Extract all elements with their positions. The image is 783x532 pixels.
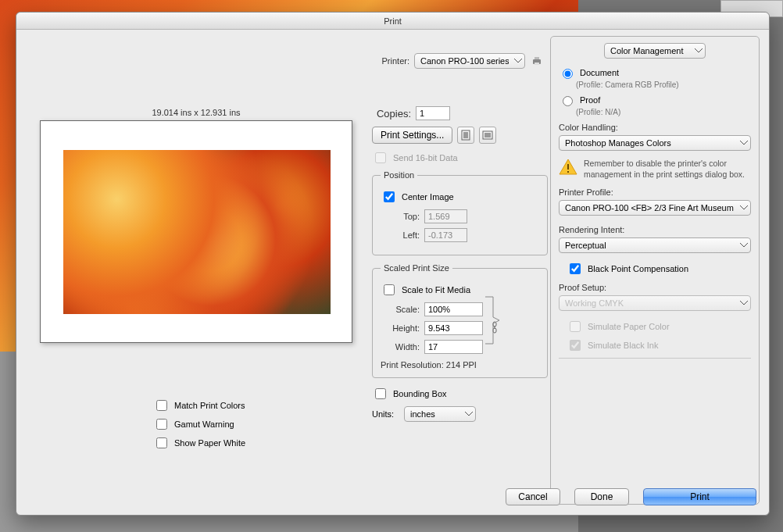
units-select[interactable]: inches [404, 406, 476, 422]
print-button[interactable]: Print [643, 488, 756, 505]
scale-to-fit-checkbox[interactable] [384, 284, 395, 295]
warning-text: Remember to disable the printer's color … [584, 159, 751, 180]
color-handling-select[interactable]: Photoshop Manages Colors [559, 135, 751, 151]
print-dialog: Print 19.014 ins x 12.931 ins Match Prin… [16, 12, 770, 516]
center-image-checkbox[interactable] [384, 191, 395, 202]
color-handling-label: Color Handling: [559, 123, 751, 132]
svg-rect-4 [463, 132, 468, 138]
match-print-colors-label: Match Print Colors [174, 401, 245, 410]
height-label: Height: [381, 323, 420, 333]
width-label: Width: [381, 342, 420, 352]
svg-rect-10 [567, 164, 569, 170]
position-top-label: Top: [381, 212, 420, 221]
simulate-black-ink-label: Simulate Black Ink [588, 341, 658, 350]
proof-setup-label: Proof Setup: [559, 283, 751, 292]
scaled-legend: Scaled Print Size [381, 263, 452, 273]
print-resolution: Print Resolution: 214 PPI [381, 360, 539, 370]
svg-rect-1 [535, 57, 539, 59]
proof-profile-text: (Profile: N/A) [576, 108, 751, 116]
scaled-print-size-fieldset: Scaled Print Size Scale to Fit Media Sca… [372, 263, 548, 378]
height-input[interactable] [424, 321, 483, 335]
warning-icon [559, 159, 577, 176]
position-left-input [424, 228, 467, 242]
gamut-warning-checkbox[interactable] [156, 419, 167, 430]
printer-profile-select[interactable]: Canon PRO-100 <FB> 2/3 Fine Art Museum E… [559, 200, 751, 216]
scale-to-fit-label: Scale to Fit Media [402, 285, 470, 295]
proof-setup-select: Working CMYK [559, 295, 751, 311]
send-16bit-checkbox [375, 152, 386, 163]
proof-radio-label: Proof [580, 95, 600, 105]
position-legend: Position [381, 170, 417, 180]
position-fieldset: Position Center Image Top: Left: [372, 170, 548, 255]
done-button[interactable]: Done [574, 488, 629, 505]
settings-column: Printer: Canon PRO-100 series Copies: Pr… [372, 53, 548, 428]
rendering-intent-label: Rendering Intent: [559, 225, 751, 234]
copies-input[interactable] [416, 106, 450, 120]
printer-refresh-icon[interactable] [530, 54, 544, 68]
document-radio-label: Document [580, 68, 619, 77]
dialog-content: 19.014 ins x 12.931 ins Match Print Colo… [16, 30, 769, 515]
simulate-black-ink-checkbox [570, 340, 581, 351]
center-image-label: Center Image [402, 192, 454, 202]
simulate-paper-color-label: Simulate Paper Color [588, 322, 670, 331]
bounding-box-checkbox[interactable] [375, 388, 386, 399]
width-input[interactable] [424, 340, 483, 354]
black-point-compensation-label: Black Point Compensation [588, 264, 688, 273]
rendering-intent-select[interactable]: Perceptual [559, 237, 751, 253]
position-top-input [424, 209, 467, 223]
scale-input[interactable] [424, 302, 483, 316]
show-paper-white-checkbox[interactable] [156, 437, 167, 448]
units-label: Units: [372, 409, 399, 419]
preview-checkboxes: Match Print Colors Gamut Warning Show Pa… [153, 398, 360, 451]
svg-rect-6 [484, 133, 491, 137]
print-preview-canvas[interactable] [40, 120, 352, 343]
dialog-footer: Cancel Done Print [506, 488, 756, 505]
match-print-colors-checkbox[interactable] [156, 400, 167, 411]
gamut-warning-label: Gamut Warning [174, 420, 234, 429]
scale-label: Scale: [381, 305, 420, 314]
svg-rect-11 [567, 171, 569, 173]
color-management-panel: Color Management Document (Profile: Came… [550, 36, 760, 505]
preview-dimensions: 19.014 ins x 12.931 ins [32, 108, 360, 117]
show-paper-white-label: Show Paper White [174, 438, 245, 448]
dialog-title: Print [16, 12, 769, 30]
document-radio[interactable] [563, 69, 573, 79]
copies-label: Copies: [372, 108, 411, 120]
panel-mode-select[interactable]: Color Management [604, 43, 706, 59]
printer-select[interactable]: Canon PRO-100 series [414, 53, 525, 69]
send-16bit-label: Send 16-bit Data [393, 153, 458, 162]
simulate-paper-color-checkbox [570, 321, 581, 332]
svg-rect-2 [535, 62, 539, 65]
layout-landscape-icon[interactable] [479, 127, 496, 144]
position-left-label: Left: [381, 230, 420, 240]
printer-profile-label: Printer Profile: [559, 187, 751, 197]
link-icon[interactable] [488, 321, 502, 335]
cancel-button[interactable]: Cancel [506, 488, 560, 505]
preview-column: 19.014 ins x 12.931 ins Match Print Colo… [32, 108, 360, 454]
layout-portrait-icon[interactable] [457, 127, 474, 144]
black-point-compensation-checkbox[interactable] [570, 263, 581, 274]
document-profile-text: (Profile: Camera RGB Profile) [576, 80, 751, 89]
bounding-box-label: Bounding Box [393, 389, 447, 398]
proof-radio[interactable] [563, 96, 573, 106]
preview-image [63, 150, 331, 314]
print-settings-button[interactable]: Print Settings... [372, 127, 452, 144]
printer-label: Printer: [372, 56, 409, 66]
